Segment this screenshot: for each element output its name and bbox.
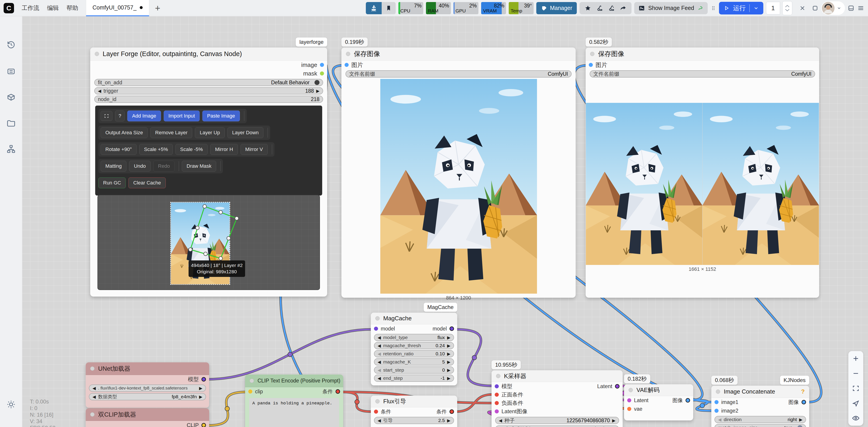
close-workflow-button[interactable] bbox=[799, 5, 806, 11]
latent-slot-dot[interactable] bbox=[627, 398, 631, 402]
help-button[interactable]: ? bbox=[115, 110, 125, 121]
node-ksampler[interactable]: 10.955秒 K采样器 模型 Latent 正面条件 负面条件 Latent图… bbox=[492, 370, 623, 427]
widget-weight-dtype[interactable]: ◀数据类型 fp8_e4m3fn▶ bbox=[89, 393, 206, 400]
widget-node-id[interactable]: node_id 218 bbox=[94, 96, 323, 103]
menu-edit[interactable]: 编辑 bbox=[47, 4, 59, 12]
collapse-dot[interactable] bbox=[375, 399, 380, 403]
widget-fit-on-add[interactable]: fit_on_add Default Behavior bbox=[94, 79, 323, 86]
image-slot-dot[interactable] bbox=[714, 409, 718, 413]
collapse-dot[interactable] bbox=[590, 52, 594, 56]
conditioning-slot-dot[interactable] bbox=[374, 409, 378, 414]
vae-slot-dot[interactable] bbox=[627, 407, 631, 411]
node-header[interactable]: MagCache bbox=[371, 313, 457, 324]
visibility-button[interactable] bbox=[852, 414, 860, 422]
layer-up-button[interactable]: Layer Up bbox=[195, 127, 224, 138]
stepper-left-icon[interactable]: ◀ bbox=[92, 386, 96, 390]
collapse-dot[interactable] bbox=[95, 52, 99, 56]
stepper-right-icon[interactable]: ▶ bbox=[447, 352, 451, 356]
node-dualclip-loader[interactable]: 双CLIP加载器 CLIP bbox=[86, 408, 209, 427]
redo-button[interactable]: Redo bbox=[153, 161, 175, 171]
free-memory-vacuum-icon[interactable] bbox=[596, 5, 603, 11]
stepper-right-icon[interactable]: ▶ bbox=[447, 376, 451, 381]
node-header[interactable]: Image Concatenate ? bbox=[711, 386, 809, 398]
node-header[interactable]: VAE解码 bbox=[624, 384, 693, 396]
fit-view-button[interactable] bbox=[852, 385, 860, 392]
widget-guidance[interactable]: ◀引导 2.5▶ bbox=[374, 417, 454, 424]
stepper-right-icon[interactable]: ▶ bbox=[612, 418, 615, 423]
sailboat-theme-button[interactable] bbox=[366, 2, 382, 14]
fullscreen-button[interactable] bbox=[101, 111, 112, 121]
collapse-dot[interactable] bbox=[496, 374, 500, 378]
node-image-concatenate[interactable]: 0.068秒 KJNodes Image Concatenate ? image… bbox=[711, 386, 809, 427]
stepper-right-icon[interactable]: ▶ bbox=[447, 368, 451, 372]
stepper-left-icon[interactable]: ◀ bbox=[98, 89, 101, 93]
image-slot-dot[interactable] bbox=[320, 63, 324, 67]
widget-retention-ratio[interactable]: ◀retention_ratio 0.10▶ bbox=[374, 350, 454, 357]
rotate-90-button[interactable]: Rotate +90° bbox=[101, 144, 136, 155]
widget-match-image-size[interactable]: match_image_size true bbox=[714, 424, 806, 427]
node-header[interactable]: 保存图像 bbox=[341, 47, 576, 61]
mirror-h-button[interactable]: Mirror H bbox=[210, 144, 238, 155]
sidebar-item-queue[interactable] bbox=[6, 67, 16, 76]
widget-magcache-thresh[interactable]: ◀magcache_thresh 0.24▶ bbox=[374, 342, 454, 349]
add-image-button[interactable]: Add Image bbox=[127, 110, 161, 121]
run-button[interactable]: 运行 bbox=[719, 2, 763, 14]
image-slot-dot[interactable] bbox=[802, 400, 806, 404]
collapse-dot[interactable] bbox=[716, 390, 720, 394]
workflow-tab[interactable]: ComfyUI_00757_ bbox=[86, 0, 149, 16]
stepper-left-icon[interactable]: ◀ bbox=[378, 352, 381, 356]
node-layer-forge[interactable]: layerforge Layer Forge (Editor, outpaint… bbox=[90, 47, 327, 297]
batch-count-stepper[interactable] bbox=[782, 1, 792, 15]
collapse-dot[interactable] bbox=[90, 412, 94, 417]
latent-slot-dot[interactable] bbox=[495, 409, 499, 414]
widget-filename-prefix[interactable]: 文件名前缀 ComfyUI bbox=[345, 70, 571, 77]
widget-control-after-generate[interactable]: ◀生成后控制 randomize▶ bbox=[495, 425, 619, 427]
stepper-left-icon[interactable]: ◀ bbox=[499, 418, 502, 423]
stepper-left-icon[interactable]: ◀ bbox=[378, 335, 381, 340]
widget-trigger[interactable]: ◀ trigger 188 ▶ bbox=[94, 87, 323, 95]
bottom-panel-toggle[interactable] bbox=[848, 5, 855, 11]
collapse-dot[interactable] bbox=[346, 52, 350, 56]
mirror-v-button[interactable]: Mirror V bbox=[241, 144, 268, 155]
node-header[interactable]: K采样器 bbox=[492, 370, 623, 382]
sidebar-item-history[interactable] bbox=[6, 40, 16, 50]
run-gc-button[interactable]: Run GC bbox=[98, 177, 126, 188]
zoom-in-button[interactable] bbox=[852, 355, 860, 362]
scale-up-button[interactable]: Scale +5% bbox=[139, 144, 173, 155]
paste-image-button[interactable]: Paste Image bbox=[203, 110, 240, 121]
manager-button[interactable]: Manager bbox=[536, 2, 577, 14]
stepper-left-icon[interactable]: ◀ bbox=[718, 418, 721, 422]
zoom-out-button[interactable] bbox=[852, 370, 860, 377]
collapse-dot[interactable] bbox=[250, 379, 254, 383]
model-slot-dot[interactable] bbox=[374, 327, 378, 331]
node-header[interactable]: 保存图像 bbox=[586, 47, 819, 61]
image-slot-dot[interactable] bbox=[685, 398, 690, 403]
main-menu-button[interactable] bbox=[857, 4, 864, 12]
clip-slot-dot[interactable] bbox=[248, 390, 252, 394]
model-slot-dot[interactable] bbox=[495, 384, 499, 388]
collapse-dot[interactable] bbox=[90, 366, 94, 371]
matting-button[interactable]: Matting bbox=[101, 161, 126, 171]
stepper-left-icon[interactable]: ◀ bbox=[378, 418, 381, 423]
toggle-dot[interactable] bbox=[314, 80, 319, 85]
toggle-dot[interactable] bbox=[798, 425, 802, 427]
undo-button[interactable]: Undo bbox=[129, 161, 151, 171]
prompt-textarea[interactable]: A panda is holding a pineapple. bbox=[249, 398, 339, 427]
layer-down-button[interactable]: Layer Down bbox=[227, 127, 264, 138]
stepper-right-icon[interactable]: ▶ bbox=[447, 360, 451, 364]
widget-filename-prefix[interactable]: 文件名前缀 ComfyUI bbox=[590, 70, 815, 77]
collapse-dot[interactable] bbox=[628, 388, 633, 392]
node-save-image-1[interactable]: 0.199秒 保存图像 图片 文件名前缀 ComfyUI 864 × 1200 bbox=[341, 47, 576, 298]
conditioning-slot-dot[interactable] bbox=[495, 401, 499, 405]
widget-magcache-k[interactable]: ◀magcache_K 5▶ bbox=[374, 358, 454, 365]
sidebar-item-workflows[interactable] bbox=[6, 119, 16, 128]
widget-start-step[interactable]: ◀start_step 0▶ bbox=[374, 366, 454, 374]
stepper-right-icon[interactable]: ▶ bbox=[447, 335, 451, 340]
run-options-chevron-icon[interactable] bbox=[753, 5, 759, 11]
clear-cache-button[interactable]: Clear Cache bbox=[128, 177, 165, 188]
widget-direction[interactable]: ◀direction right▶ bbox=[714, 416, 806, 423]
widget-model-type[interactable]: ◀model_type flux▶ bbox=[374, 334, 454, 341]
stepper-right-icon[interactable]: ▶ bbox=[447, 418, 451, 423]
stepper-left-icon[interactable]: ◀ bbox=[92, 395, 96, 399]
stepper-left-icon[interactable]: ◀ bbox=[378, 360, 381, 364]
